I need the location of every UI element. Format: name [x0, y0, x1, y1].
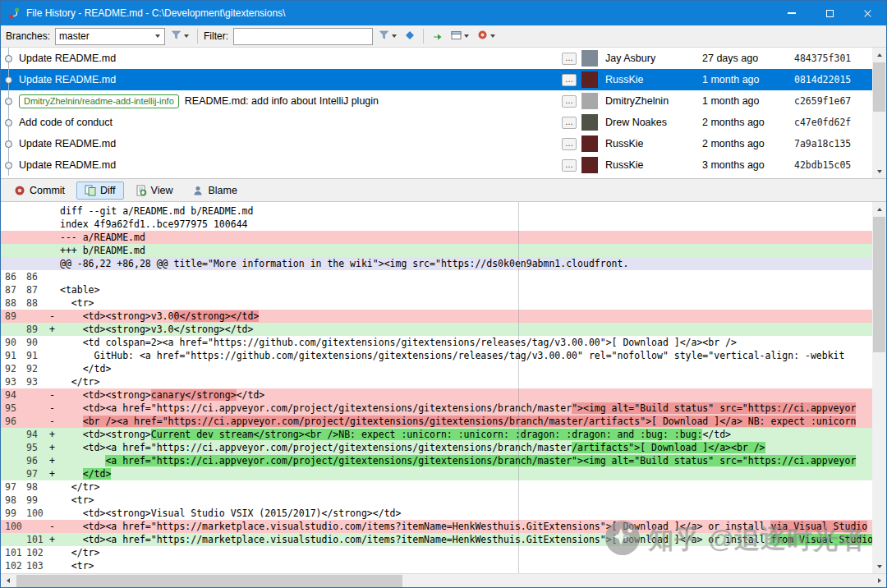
diff-sign: + [47, 428, 60, 441]
new-line-number [22, 231, 47, 244]
old-line-number [1, 428, 22, 441]
commit-actions-button[interactable]: … [562, 95, 577, 108]
commit-author: Jay Asbury [605, 53, 702, 64]
maximize-button[interactable] [811, 1, 848, 25]
commit-node-icon [5, 119, 12, 126]
diff-text: diff --git a/README.md b/README.md [60, 204, 872, 218]
scroll-left-button[interactable] [1, 574, 15, 588]
branch-label[interactable]: DmitryZhelnin/readme-add-intellij-info [19, 94, 179, 108]
new-line-number: 101 [22, 533, 47, 546]
diff-lines: diff --git a/README.md b/README.mdindex … [1, 204, 872, 573]
diff-sign [47, 362, 60, 375]
diff-line: diff --git a/README.md b/README.md [1, 204, 872, 218]
new-line-number: 98 [22, 480, 47, 494]
diff-line: index 4f9a62fd1..bce977975 100644 [1, 218, 872, 231]
scroll-track[interactable] [15, 574, 872, 588]
diff-scrollbar[interactable] [872, 202, 886, 573]
arrow-down-icon [877, 170, 882, 173]
funnel-icon [379, 30, 389, 43]
filter-input[interactable] [233, 28, 373, 45]
diff-line: 95- <td><a href="https://ci.appveyor.com… [1, 402, 872, 415]
diff-line: 9798 </tr> [1, 480, 872, 494]
old-line-number: 89 [1, 310, 22, 323]
goto-commit-button[interactable] [430, 27, 445, 45]
diff-sign: + [47, 467, 60, 480]
tab-strip: CommitDiffViewBlame [1, 179, 886, 202]
branch-filter-button[interactable] [168, 27, 191, 45]
commit-author: Drew Noakes [605, 117, 702, 128]
commit-row[interactable]: DmitryZhelnin/readme-add-intellij-infoRE… [1, 90, 872, 112]
filter-options-button[interactable] [376, 27, 399, 45]
branch-combo-dropdown-button[interactable] [150, 29, 164, 44]
commit-row[interactable]: Update README.md…RussKie2 months ago7a9a… [1, 133, 872, 154]
window-title: File History - README.md - C:\Developmen… [26, 7, 773, 19]
diff-sign [47, 480, 60, 494]
commit-date: 27 days ago [702, 53, 794, 64]
old-line-number: 86 [1, 270, 22, 283]
scroll-thumb[interactable] [873, 217, 885, 352]
scroll-right-button[interactable] [872, 574, 886, 588]
graph-lane [1, 69, 17, 90]
diff-text: <td><a href="https://ci.appveyor.com/pro… [60, 441, 872, 454]
new-line-number: 88 [22, 296, 47, 310]
diff-sign [47, 296, 60, 310]
tab-label: Commit [30, 185, 65, 196]
new-line-number: 93 [22, 375, 47, 388]
commit-node-icon [5, 98, 12, 105]
scroll-up-button[interactable] [872, 48, 886, 62]
commit-row[interactable]: Update README.md…RussKie1 month ago0814d… [1, 69, 872, 90]
new-line-number [22, 204, 47, 218]
avatar [581, 50, 598, 67]
new-line-number: 102 [22, 546, 47, 559]
tab-commit[interactable]: Commit [6, 181, 73, 200]
diff-line: --- a/README.md [1, 231, 872, 244]
commit-row[interactable]: Update README.md…RussKie3 months ago42bd… [1, 154, 872, 176]
close-button[interactable] [848, 1, 886, 25]
scroll-thumb[interactable] [873, 62, 885, 112]
commit-actions-button[interactable]: … [562, 53, 577, 65]
chevron-down-icon [392, 34, 397, 38]
diff-text: <td><a href="https://marketplace.visuals… [60, 520, 872, 533]
commit-actions-button[interactable]: … [562, 159, 577, 172]
view-options-button[interactable] [448, 27, 471, 45]
commit-author: DmitryZhelnin [605, 95, 702, 107]
chevron-down-icon [184, 34, 189, 38]
diff-line: 96+ <a href="https://ci.appveyor.com/pro… [1, 454, 872, 467]
diff-text: </td> [60, 467, 872, 480]
diff-line: 94- <td><strong>canary</strong></td> [1, 388, 872, 402]
old-line-number [1, 231, 22, 244]
new-line-number: 96 [22, 454, 47, 467]
blue-diamond-icon [405, 30, 415, 43]
commit-row[interactable]: Add code of conduct…Drew Noakes2 months … [1, 112, 872, 133]
chevron-down-icon [155, 34, 160, 38]
branch-combo[interactable] [55, 28, 165, 45]
scroll-down-button[interactable] [872, 164, 886, 178]
scroll-thumb[interactable] [16, 575, 402, 587]
minimize-button[interactable] [773, 1, 811, 25]
branches-label: Branches: [6, 30, 50, 42]
diff-sign [47, 375, 60, 388]
commit-node-icon [5, 76, 12, 84]
old-line-number: 96 [1, 415, 22, 428]
show-full-history-button[interactable] [402, 27, 417, 45]
tab-diff[interactable]: Diff [76, 181, 124, 200]
green-arrow-icon [432, 30, 443, 43]
commit-actions-button[interactable]: … [562, 74, 577, 86]
avatar [581, 136, 598, 152]
tab-blame[interactable]: Blame [184, 181, 245, 200]
new-line-number: 95 [22, 441, 47, 454]
branch-input[interactable] [56, 30, 150, 42]
tab-view[interactable]: View [127, 181, 182, 200]
commit-hash: c2659f1e67 [794, 95, 872, 107]
commit-actions-button[interactable]: … [562, 117, 577, 129]
commit-row[interactable]: Update README.md…Jay Asbury27 days ago48… [1, 48, 872, 69]
commit-list-scrollbar[interactable] [872, 48, 886, 178]
commit-actions-button[interactable]: … [562, 138, 577, 150]
horizontal-scrollbar[interactable] [1, 573, 886, 587]
diff-line: 9899 <tr> [1, 494, 872, 507]
diff-line: 8787<table> [1, 283, 872, 296]
scroll-up-button[interactable] [872, 202, 886, 216]
scroll-down-button[interactable] [872, 559, 886, 573]
script-runner-button[interactable] [475, 27, 498, 45]
old-line-number: 87 [1, 283, 22, 296]
